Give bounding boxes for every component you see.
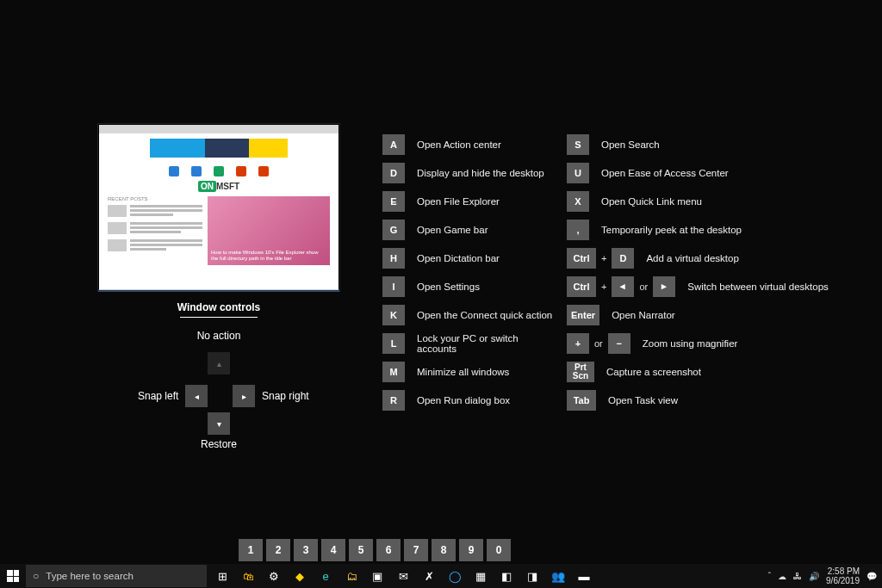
taskbar-number-key[interactable]: 8: [432, 539, 456, 561]
snap-right-label: Snap right: [262, 390, 309, 402]
shortcut-key[interactable]: Ctrl: [567, 276, 596, 297]
cortana-icon[interactable]: ◯: [444, 566, 465, 586]
shortcut-key[interactable]: D: [382, 163, 405, 183]
shortcut-key[interactable]: Ctrl: [567, 248, 596, 269]
network-icon[interactable]: 🖧: [793, 572, 802, 581]
shortcut-label: Open Action center: [417, 139, 501, 150]
shortcut-key[interactable]: PrtScn: [567, 362, 594, 382]
shortcut-key[interactable]: U: [567, 163, 589, 183]
key-separator: or: [594, 338, 603, 349]
snap-down-key[interactable]: ▾: [208, 412, 230, 435]
shortcut-label: Open Narrator: [612, 310, 675, 320]
taskbar-number-key[interactable]: 2: [266, 539, 290, 561]
calculator-icon[interactable]: ▦: [470, 566, 491, 586]
app-icon[interactable]: ◆: [289, 566, 310, 586]
shortcut-key[interactable]: R: [382, 390, 405, 411]
window-thumbnail[interactable]: ONMSFT RECENT POSTS How to make Windows …: [98, 124, 339, 291]
mail-icon[interactable]: ✉: [393, 566, 413, 586]
shortcut-label: Minimize all windows: [417, 367, 509, 377]
store-icon[interactable]: 🛍: [238, 566, 258, 586]
window-controls-panel: Window controls No action ▴ Snap left ◂ …: [98, 301, 339, 447]
clock-time: 2:58 PM: [826, 566, 860, 576]
shortcut-key[interactable]: X: [567, 191, 589, 212]
shortcut-row: UOpen Ease of Access Center: [567, 163, 851, 183]
task-view-icon[interactable]: ⊞: [212, 566, 233, 586]
shortcut-label: Open Ease of Access Center: [601, 168, 729, 178]
shortcut-row: MMinimize all windows: [382, 362, 555, 381]
shortcut-label: Switch between virtual desktops: [687, 282, 829, 292]
thumb-brand: ONMSFT: [99, 182, 339, 191]
shortcut-label: Lock your PC or switch accounts: [417, 333, 555, 354]
shortcut-row: TabOpen Task view: [567, 390, 851, 410]
key-separator: +: [601, 282, 606, 292]
snap-right-key[interactable]: ▸: [233, 385, 255, 407]
shortcut-row: IOpen Settings: [382, 276, 555, 296]
shortcut-key[interactable]: G: [382, 220, 405, 240]
shortcut-row: ,Temporarily peek at the desktop: [567, 220, 851, 239]
shortcut-key[interactable]: K: [382, 305, 405, 325]
shortcut-key[interactable]: D: [612, 248, 634, 269]
taskbar-number-key[interactable]: 7: [404, 539, 428, 561]
taskbar-number-key[interactable]: 5: [349, 539, 373, 561]
settings-icon[interactable]: ⚙: [264, 566, 284, 586]
start-button[interactable]: [0, 564, 26, 588]
snap-up-key[interactable]: ▴: [208, 352, 230, 374]
no-action-label: No action: [98, 330, 339, 342]
search-icon: ○: [33, 570, 39, 582]
app-icon-2[interactable]: ◧: [496, 566, 517, 586]
shortcut-row: EnterOpen Narrator: [567, 305, 851, 325]
taskbar-number-key[interactable]: 4: [321, 539, 345, 561]
shortcut-key[interactable]: E: [382, 191, 405, 212]
shortcut-label: Open Task view: [608, 395, 678, 405]
shortcut-key[interactable]: −: [608, 333, 630, 354]
shortcut-key[interactable]: L: [382, 333, 405, 354]
snap-left-key[interactable]: ◂: [185, 385, 208, 407]
shortcut-label: Open Game bar: [417, 225, 488, 235]
shortcut-key[interactable]: Enter: [567, 305, 599, 325]
shortcut-label: Open Run dialog box: [417, 395, 510, 405]
shortcut-key[interactable]: ◂: [612, 276, 634, 297]
taskbar-number-key[interactable]: 6: [376, 539, 401, 561]
search-placeholder: Type here to search: [46, 571, 134, 581]
shortcut-label: Zoom using magnifier: [643, 338, 738, 349]
taskbar-number-key[interactable]: 3: [294, 539, 318, 561]
edge-icon[interactable]: e: [315, 566, 336, 586]
windows-icon: [7, 570, 19, 582]
shortcut-row: HOpen Dictation bar: [382, 248, 555, 268]
explorer-icon[interactable]: 🗂: [341, 566, 362, 586]
taskbar-search[interactable]: ○ Type here to search: [26, 565, 207, 587]
taskbar-number-key[interactable]: 9: [459, 539, 483, 561]
tray-chevron-icon[interactable]: ˆ: [768, 572, 771, 581]
shortcut-row: GOpen Game bar: [382, 220, 555, 239]
shortcut-key[interactable]: I: [382, 276, 405, 297]
shortcut-key[interactable]: ▸: [653, 276, 675, 297]
window-controls-title: Window controls: [98, 301, 339, 313]
teams-icon[interactable]: 👥: [548, 566, 568, 586]
shortcut-row: DDisplay and hide the desktop: [382, 163, 555, 183]
taskbar-clock[interactable]: 2:58 PM 9/6/2019: [826, 566, 860, 585]
taskbar-number-keys: 1234567890: [239, 539, 511, 561]
shortcut-key[interactable]: ,: [567, 220, 589, 240]
shortcut-label: Capture a screenshot: [606, 367, 701, 377]
onedrive-icon[interactable]: ☁: [778, 572, 786, 581]
shortcut-key[interactable]: Tab: [567, 390, 596, 411]
shortcut-row: XOpen Quick Link menu: [567, 191, 851, 211]
volume-icon[interactable]: 🔊: [809, 572, 819, 581]
shortcut-row: Ctrl+DAdd a virtual desktop: [567, 248, 851, 268]
key-separator: +: [601, 253, 606, 263]
notifications-icon[interactable]: 💬: [866, 572, 877, 581]
shortcut-key[interactable]: M: [382, 362, 405, 382]
xbox-icon[interactable]: ✗: [419, 566, 439, 586]
terminal-icon[interactable]: ▣: [367, 566, 388, 586]
shortcut-key[interactable]: S: [567, 134, 589, 155]
shortcut-key[interactable]: A: [382, 134, 405, 155]
taskbar-number-key[interactable]: 1: [239, 539, 263, 561]
console-icon[interactable]: ▬: [574, 566, 594, 586]
app-icon-3[interactable]: ◨: [522, 566, 543, 586]
shortcut-row: +or−Zoom using magnifier: [567, 333, 851, 353]
thumb-hero-caption: How to make Windows 10's File Explorer s…: [211, 250, 326, 262]
shortcut-label: Temporarily peek at the desktop: [601, 225, 742, 235]
taskbar-number-key[interactable]: 0: [487, 539, 511, 561]
shortcut-key[interactable]: H: [382, 248, 405, 269]
shortcut-key[interactable]: +: [567, 333, 589, 354]
